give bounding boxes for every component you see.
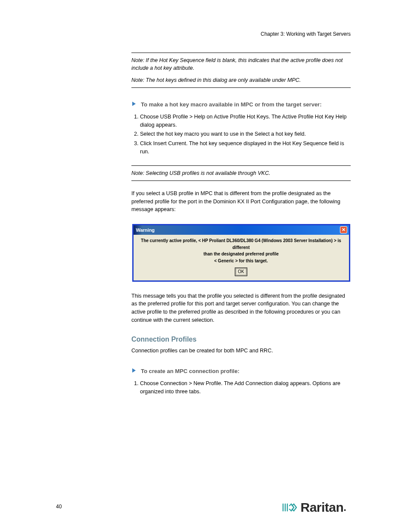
chapter-header: Chapter 3: Working with Target Servers [0,31,411,37]
dialog-title: Warning [136,227,155,233]
warning-dialog: Warning ✕ The currently active profile, … [132,224,350,282]
logo-text: Raritan [300,500,343,515]
list-item: Choose Connection > New Profile. The Add… [140,380,351,396]
section-heading: Connection Profiles [131,336,351,343]
note-text: Note: The hot keys defined in this dialo… [131,76,351,84]
arrow-right-icon [131,368,139,374]
note-block-1: Note: If the Hot Key Sequence field is b… [131,53,351,88]
brand-logo: Raritan. [281,500,346,515]
list-item: Click Insert Current. The hot key sequen… [140,140,351,156]
page-number: 40 [56,504,62,510]
body-paragraph: If you select a USB profile in MPC that … [131,190,351,214]
list-item: Select the hot key macro you want to use… [140,130,351,138]
step-heading-text: To create an MPC connection profile: [141,367,240,375]
dialog-message-line: than the designated preferred profile [138,251,345,258]
dialog-message-line: < Generic > for this target. [138,258,345,264]
arrow-right-icon [131,101,139,107]
body-paragraph: Connection profiles can be created for b… [131,347,351,355]
step-list: Choose Connection > New Profile. The Add… [131,380,351,396]
dialog-body: The currently active profile, < HP Proli… [134,235,349,280]
svg-marker-0 [132,102,136,106]
logo-dot: . [343,501,346,513]
ok-button[interactable]: OK [235,268,247,276]
note-text: Note: If the Hot Key Sequence field is b… [131,56,351,72]
list-item: Choose USB Profile > Help on Active Prof… [140,113,351,129]
svg-marker-1 [132,368,136,373]
dialog-message-line: The currently active profile, < HP Proli… [138,237,345,251]
step-list: Choose USB Profile > Help on Active Prof… [131,113,351,156]
close-icon[interactable]: ✕ [340,226,347,233]
dialog-titlebar: Warning ✕ [134,225,349,235]
step-heading-text: To make a hot key macro available in MPC… [141,101,322,109]
note-block-2: Note: Selecting USB profiles is not avai… [131,165,351,181]
logo-mark-icon [281,502,299,513]
body-paragraph: This message tells you that the profile … [131,292,351,324]
note-text: Note: Selecting USB profiles is not avai… [131,169,351,177]
